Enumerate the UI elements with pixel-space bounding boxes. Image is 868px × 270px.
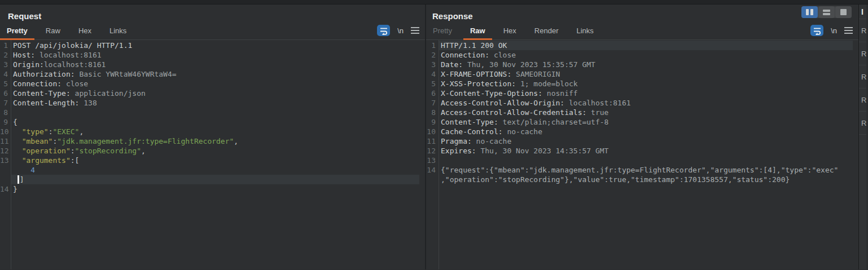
editor-line[interactable]: 13 "arguments":[ — [0, 156, 425, 165]
top-divider-strip — [0, 0, 868, 5]
editor-line[interactable]: 10 "type":"EXEC", — [0, 127, 425, 136]
word-wrap-icon — [379, 26, 388, 35]
line-number: 6 — [426, 88, 439, 98]
tab-links[interactable]: Links — [569, 24, 600, 39]
editor-line[interactable]: 8 — [0, 108, 425, 117]
tab-pretty[interactable]: Pretty — [0, 24, 34, 39]
show-newlines-button[interactable]: \n — [397, 26, 404, 35]
editor-line[interactable]: 4Authorization: Basic YWRtaW46YWRtaW4= — [0, 69, 425, 79]
editor-line[interactable]: 10Cache-Control: no-cache — [426, 127, 858, 136]
word-wrap-toggle-button[interactable] — [810, 25, 823, 36]
editor-line[interactable]: 6X-Content-Type-Options: nosniff — [426, 88, 858, 98]
word-wrap-toggle-button[interactable] — [377, 25, 390, 36]
word-wrap-icon — [813, 26, 822, 35]
editor-line[interactable]: 3Origin:localhost:8161 — [0, 60, 425, 69]
tab-links[interactable]: Links — [103, 24, 133, 39]
editor-line[interactable]: 4X-FRAME-OPTIONS: SAMEORIGIN — [426, 69, 858, 79]
request-tabs: PrettyRawHexLinks — [0, 24, 133, 39]
line-number: 9 — [426, 117, 439, 127]
inspector-section-clipped[interactable]: R — [859, 65, 866, 88]
editor-layout-switcher — [801, 6, 852, 18]
tab-render[interactable]: Render — [528, 24, 565, 39]
response-tabbar: PrettyRawHexRenderLinks \n — [426, 24, 858, 40]
line-number: 13 — [0, 156, 11, 165]
layout-single-pane-button[interactable] — [835, 6, 852, 18]
hamburger-menu-icon[interactable] — [844, 27, 853, 34]
editor-line[interactable]: 6Content-Type: application/json — [0, 88, 425, 98]
line-number: 12 — [0, 146, 11, 156]
line-number: 10 — [426, 127, 439, 136]
editor-line[interactable]: 11Pragma: no-cache — [426, 136, 858, 146]
tab-raw[interactable]: Raw — [463, 24, 492, 39]
inspector-section-clipped[interactable]: R — [859, 112, 866, 135]
inspector-section-clipped[interactable]: R — [859, 19, 866, 42]
editor-line[interactable]: 12Expires: Thu, 30 Nov 2023 14:35:57 GMT — [426, 146, 858, 156]
response-editor[interactable]: 1HTTP/1.1 200 OK2Connection: close3Date:… — [426, 40, 858, 269]
line-number: 8 — [426, 108, 439, 117]
editor-line[interactable]: 2Host: localhost:8161 — [0, 50, 425, 60]
text-caret — [17, 175, 19, 184]
line-number: 7 — [426, 98, 439, 108]
editor-line[interactable]: 5X-XSS-Protection: 1; mode=block — [426, 79, 858, 88]
response-panel-title: Response — [426, 5, 858, 24]
line-number: 7 — [0, 98, 11, 108]
line-number: 5 — [426, 79, 439, 88]
line-number: 8 — [0, 108, 11, 117]
line-number: 14 — [426, 165, 439, 175]
tab-raw[interactable]: Raw — [39, 24, 67, 39]
editor-line[interactable]: 11 "mbean":"jdk.management.jfr:type=Flig… — [0, 136, 425, 146]
line-number: 1 — [426, 41, 439, 50]
line-number: 9 — [0, 117, 11, 127]
editor-line[interactable]: 5Connection: close — [0, 79, 425, 88]
editor-line[interactable]: 7Content-Length: 138 — [0, 98, 425, 108]
editor-line[interactable]: 4 — [0, 165, 425, 175]
request-editor[interactable]: 1POST /api/jolokia/ HTTP/1.12Host: local… — [0, 40, 425, 269]
editor-line[interactable]: 3Date: Thu, 30 Nov 2023 15:35:57 GMT — [426, 60, 858, 69]
inspector-collapsed-strip: IRRRRR — [858, 5, 866, 269]
editor-line[interactable]: 8Access-Control-Allow-Credentials: true — [426, 108, 858, 117]
inspector-section-clipped[interactable]: R — [859, 88, 866, 112]
request-editor-tools: \n — [377, 25, 419, 36]
show-newlines-button[interactable]: \n — [831, 26, 837, 35]
request-panel-title: Request — [0, 5, 425, 24]
layout-split-rows-button[interactable] — [818, 6, 835, 18]
editor-line[interactable]: ] — [0, 175, 425, 184]
message-editor-view: Request PrettyRawHexLinks \n 1POST /api/ — [0, 0, 868, 270]
inspector-section-clipped[interactable]: R — [859, 42, 866, 65]
editor-line[interactable]: 9Content-Type: text/plain;charset=utf-8 — [426, 117, 858, 127]
response-editor-tools: \n — [810, 25, 853, 36]
line-number: 2 — [426, 50, 439, 60]
editor-line[interactable]: 13 — [426, 156, 858, 165]
response-panel: Response PrettyRawHexRenderLinks \n 1HTT — [426, 5, 858, 269]
editor-line[interactable]: 9{ — [0, 117, 425, 127]
tab-hex[interactable]: Hex — [497, 24, 523, 39]
editor-line[interactable]: 1HTTP/1.1 200 OK — [426, 41, 858, 50]
line-number — [0, 165, 11, 175]
editor-line[interactable]: 1POST /api/jolokia/ HTTP/1.1 — [0, 41, 425, 50]
line-number — [426, 175, 439, 184]
inspector-title-clipped[interactable]: I — [859, 5, 866, 19]
line-number: 4 — [0, 69, 11, 79]
line-number: 3 — [426, 60, 439, 69]
editor-line[interactable]: 2Connection: close — [426, 50, 858, 60]
hamburger-menu-icon[interactable] — [411, 27, 419, 34]
line-number: 1 — [0, 41, 11, 50]
line-number: 11 — [0, 136, 11, 146]
line-number: 11 — [426, 136, 439, 146]
editor-line[interactable]: 12 "operation":"stopRecording", — [0, 146, 425, 156]
line-number: 10 — [0, 127, 11, 136]
tab-pretty[interactable]: Pretty — [426, 24, 459, 39]
line-number: 2 — [0, 50, 11, 60]
layout-split-columns-button[interactable] — [801, 6, 818, 18]
request-response-split: Request PrettyRawHexLinks \n 1POST /api/ — [0, 5, 868, 269]
line-number: 4 — [426, 69, 439, 79]
editor-line[interactable]: 14} — [0, 184, 425, 194]
editor-line[interactable]: 14{"request":{"mbean":"jdk.management.jf… — [426, 165, 858, 175]
editor-line[interactable]: ,"operation":"stopRecording"},"value":tr… — [426, 175, 858, 184]
line-number: 13 — [426, 156, 439, 165]
line-number: 14 — [0, 184, 11, 194]
tab-hex[interactable]: Hex — [72, 24, 98, 39]
request-tabbar: PrettyRawHexLinks \n — [0, 24, 425, 40]
editor-line[interactable]: 7Access-Control-Allow-Origin: localhost:… — [426, 98, 858, 108]
line-number: 3 — [0, 60, 11, 69]
